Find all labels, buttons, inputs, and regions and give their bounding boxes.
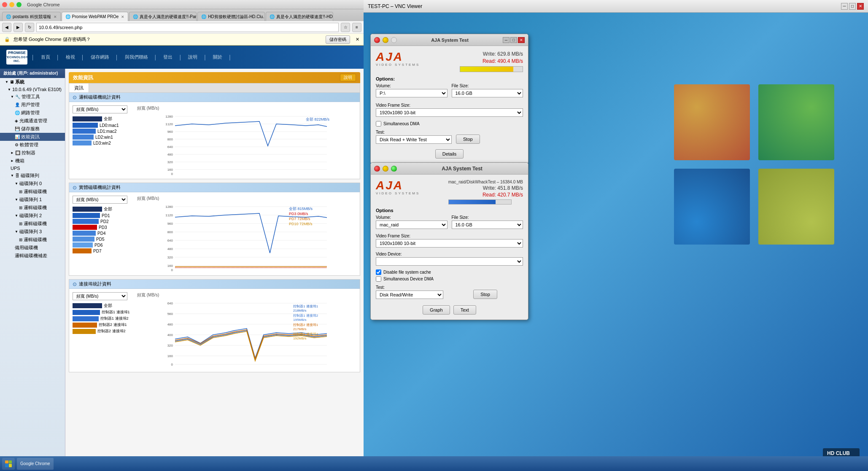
sidebar-item-system[interactable]: ▼ 🖥 系統 — [0, 78, 65, 86]
port-legend-c1p2: 控制器1 連接埠2 — [73, 315, 134, 322]
chart-dropdown-2[interactable]: 頻寬 (MB/s) — [73, 196, 127, 204]
tab-close-1[interactable]: ✕ — [54, 15, 57, 19]
tab-label-1: postants 科技競場報 — [13, 14, 51, 20]
aja-cache-checkbox-2[interactable] — [376, 269, 381, 275]
nav-storage[interactable]: 儲存網路 — [91, 54, 109, 60]
aja-maximize-2[interactable] — [391, 166, 397, 172]
aja-stop-button-2[interactable]: Stop — [473, 290, 497, 299]
win-minimize-1[interactable]: ─ — [503, 37, 509, 43]
aja-graph-button[interactable]: Graph — [423, 305, 450, 315]
tab-5[interactable]: 🌐 真是令人滿意的硬碟速度!!-HD... ✕ — [266, 12, 333, 21]
sidebar-item-array3[interactable]: ▼ 磁碟陣列 3 — [0, 228, 65, 236]
sidebar-item-storage-svc[interactable]: 💾 儲存服務 — [0, 125, 65, 133]
aja-test-select-1[interactable]: Disk Read + Write Test — [376, 135, 452, 144]
aja-options-2: Options Volume: mac_raid File Size: 16.0… — [376, 208, 523, 282]
sidebar-item-ld0[interactable]: ⊞ 邏輯磁碟機 — [0, 188, 65, 196]
aja-simul-checkbox-1[interactable] — [376, 121, 381, 126]
chart-svg-2: 1280 1120 960 800 640 480 320 160 0 — [137, 202, 356, 272]
address-bar[interactable] — [36, 23, 339, 32]
sidebar-item-ld3[interactable]: ⊞ 邏輯磁碟機 — [0, 236, 65, 244]
sidebar-item-vtrak[interactable]: ▼ 10.0.6.49 (VTrak E310f) — [0, 86, 65, 93]
aja-vfs-select-2[interactable]: 1920x1080 10-bit — [376, 239, 523, 248]
aja-minimize-1[interactable] — [383, 37, 388, 43]
chart-dropdown-3[interactable]: 頻寬 (MB/s) — [73, 292, 127, 300]
vnc-minimize-btn[interactable]: ─ — [841, 3, 848, 10]
browser-close-dot[interactable] — [2, 2, 7, 7]
nav-about[interactable]: 關於 — [213, 54, 222, 60]
aja-stop-button-1[interactable]: Stop — [456, 135, 480, 144]
sidebar-item-chassis[interactable]: ► 機箱 — [0, 157, 65, 165]
aja-test-select-2[interactable]: Disk Read/Write — [376, 291, 443, 299]
reload-button[interactable]: ↻ — [25, 23, 34, 32]
aja-volume-select-2[interactable]: mac_raid — [376, 221, 447, 229]
nav-home[interactable]: 首頁 — [41, 54, 50, 60]
aja-content-2: AJA VIDEO SYSTEMS mac_raid/DiskWhackTest… — [371, 175, 528, 320]
aja-filesize-select-2[interactable]: 16.0 GB — [452, 221, 523, 229]
bookmark-button[interactable]: ☆ — [341, 23, 350, 32]
tab-close-2[interactable]: ✕ — [121, 15, 124, 19]
aja-close-1[interactable] — [374, 37, 380, 43]
nav-help[interactable]: 說明 — [188, 54, 197, 60]
sidebar-item-disk-array[interactable]: ▼ 🗄 磁碟陣列 — [0, 172, 65, 180]
save-password-button[interactable]: 儲存密碼 — [326, 35, 350, 44]
aja-text-button[interactable]: Text — [453, 305, 476, 315]
aja-minimize-2[interactable] — [383, 166, 388, 172]
sidebar-item-software[interactable]: ⚙ 軟體管理 — [0, 141, 65, 149]
sidebar-item-perf[interactable]: 📊 效能資訊 — [0, 133, 65, 141]
sidebar-item-net-mgmt[interactable]: 🌐 網路管理 — [0, 109, 65, 117]
aja-window-2: AJA System Test AJA VIDEO SYSTEMS mac_ra… — [370, 162, 528, 320]
vnc-close-btn[interactable]: ✕ — [857, 3, 864, 10]
tab-3[interactable]: 🌐 真是令人滿意的硬碟速度!!-Par... ✕ — [129, 12, 197, 21]
back-button[interactable]: ◀ — [2, 23, 11, 32]
aja-vdevice-select-2[interactable] — [376, 257, 523, 266]
win-close-1[interactable]: ✕ — [518, 37, 525, 43]
expand-icon-2[interactable]: ⊙ — [73, 185, 77, 191]
sidebar-item-fiber[interactable]: ◈ 光纖通道管理 — [0, 117, 65, 125]
tab-promise[interactable]: 🌐 Promise WebPAM PROe ✕ — [62, 12, 129, 21]
chart-dropdown-1[interactable]: 頻寬 (MB/s) — [73, 105, 127, 113]
sidebar-item-array1[interactable]: ▼ 磁碟陣列 1 — [0, 196, 65, 204]
tab-info[interactable]: 資訊 — [69, 83, 89, 92]
sidebar-item-user-mgmt[interactable]: 👤 用戶管理 — [0, 101, 65, 109]
aja-volume-field-1: Volume: P:\ — [376, 83, 447, 100]
sidebar-item-mgmt[interactable]: ▼ 🔧 管理工具 — [0, 93, 65, 101]
vnc-maximize-btn[interactable]: □ — [849, 3, 856, 10]
svg-text:800: 800 — [167, 230, 173, 234]
nav-view[interactable]: 檢視 — [66, 54, 75, 60]
sidebar-item-ld2[interactable]: ⊞ 邏輯磁碟機 — [0, 220, 65, 228]
sidebar-item-array2[interactable]: ▼ 磁碟陣列 2 — [0, 212, 65, 220]
aja-vfs-select-1[interactable]: 1920x1080 10-bit — [376, 108, 523, 117]
expand-icon-3[interactable]: ⊙ — [73, 281, 77, 287]
aja-filesize-select-1[interactable]: 16.0 GB — [452, 89, 523, 97]
win-restore-1[interactable]: □ — [510, 37, 517, 43]
password-bar-close[interactable]: ✕ — [356, 37, 359, 42]
browser-minimize-dot[interactable] — [9, 2, 14, 7]
ld-icon-0: ⊞ — [19, 189, 22, 194]
svg-text:全部 815MB/s: 全部 815MB/s — [289, 207, 313, 211]
menu-button[interactable]: ≡ — [352, 23, 361, 32]
start-button[interactable] — [2, 458, 15, 470]
sidebar-item-controller[interactable]: ► 🔲 控制器 — [0, 149, 65, 157]
taskbar: Google Chrome — [0, 456, 868, 471]
nav-contact[interactable]: 與我們聯絡 — [125, 54, 148, 60]
aja-simul-checkbox-2[interactable] — [376, 276, 381, 282]
sidebar-item-ups[interactable]: UPS — [0, 165, 65, 172]
aja-details-button-1[interactable]: Details — [435, 149, 464, 159]
tab-4[interactable]: 🌐 HD剪接軟硬體討論區-HD.Clu... ✕ — [197, 12, 265, 21]
sidebar-item-array0[interactable]: ▼ 磁碟陣列 0 — [0, 180, 65, 188]
aja-expand-1[interactable] — [391, 37, 397, 43]
aja-volume-select-1[interactable]: P:\ — [376, 89, 447, 97]
explain-button[interactable]: 說明 — [340, 74, 356, 81]
aja-close-2[interactable] — [374, 166, 380, 172]
sidebar-item-ldcomp[interactable]: 邏輯磁碟機補差 — [0, 252, 65, 260]
nav-logout[interactable]: 登出 — [163, 54, 173, 60]
port-label-c2p1: 控制器2 連接埠1 — [99, 322, 127, 328]
forward-button[interactable]: ▶ — [13, 23, 23, 32]
sidebar-item-spare[interactable]: 備用磁碟機 — [0, 244, 65, 252]
taskbar-browser[interactable]: Google Chrome — [17, 458, 54, 470]
browser-maximize-dot[interactable] — [16, 2, 22, 7]
port-stats-section: ⊙ 連接埠統計資料 頻寬 (MB/s) 全部 — [69, 279, 360, 372]
expand-icon-1[interactable]: ⊙ — [73, 94, 77, 100]
sidebar-item-ld1[interactable]: ⊞ 邏輯磁碟機 — [0, 204, 65, 212]
tab-postants[interactable]: 🌐 postants 科技競場報 ✕ — [2, 12, 61, 21]
